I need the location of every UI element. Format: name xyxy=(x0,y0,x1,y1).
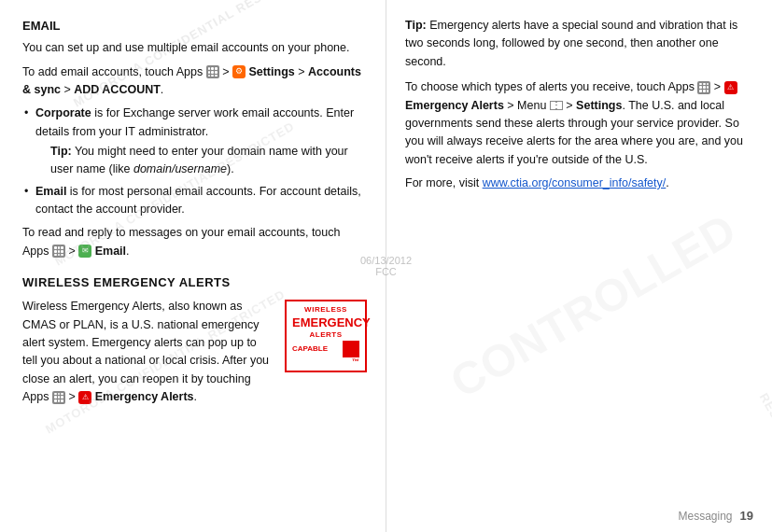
right-para2-prefix: For more, visit xyxy=(405,176,483,189)
messaging-label: Messaging xyxy=(679,510,733,523)
corporate-tip: Tip: You might need to enter your domain… xyxy=(35,143,367,178)
bullet-email: Email is for most personal email account… xyxy=(22,183,367,219)
right-para1: To choose which types of alerts you rece… xyxy=(405,78,750,169)
wea-line4: CAPABLE xyxy=(292,344,328,354)
right-tip: Tip: Emergency alerts have a special sou… xyxy=(405,17,750,71)
emergency-alerts-label: Emergency Alerts xyxy=(405,99,504,112)
settings-link-label: Settings xyxy=(576,99,622,112)
settings-icon xyxy=(232,65,246,78)
email-add-account: To add email accounts, touch Apps > Sett… xyxy=(22,63,367,100)
email-app-label: Email xyxy=(95,245,126,258)
apps-icon xyxy=(206,65,219,78)
email-read-prefix: To read and reply to messages on your em… xyxy=(22,226,340,257)
apps-icon-2 xyxy=(52,245,65,258)
email-intro: You can set up and use multiple email ac… xyxy=(22,39,367,57)
page-number: 19 xyxy=(740,509,753,523)
settings-label: Settings xyxy=(248,65,294,78)
wireless-text: Wireless Emergency Alerts, also known as… xyxy=(22,298,274,406)
email-label: Email xyxy=(35,185,66,198)
wea-logo: WIRELESS EMERGENCY ALERTS CAPABLE ™ xyxy=(285,300,367,372)
right-para2-suffix: . xyxy=(666,176,668,189)
email-read: To read and reply to messages on your em… xyxy=(22,224,367,260)
wireless-period: . xyxy=(194,390,197,403)
email-heading: EMAIL xyxy=(22,17,367,35)
right-para2: For more, visit www.ctia.org/consumer_in… xyxy=(405,175,750,192)
page-content: EMAIL You can set up and use multiple em… xyxy=(0,0,772,532)
domain-username: domain/username xyxy=(133,162,227,175)
bullet-corporate: Corporate is for Exchange server work em… xyxy=(22,105,367,177)
wea-line2: EMERGENCY xyxy=(292,315,359,331)
apps-icon-right xyxy=(697,81,710,94)
wireless-body: Wireless Emergency Alerts, also known as… xyxy=(22,298,367,406)
email-text: is for most personal email accounts. For… xyxy=(35,185,361,216)
corporate-tip-label: Tip: xyxy=(50,145,72,158)
wea-line1: WIRELESS xyxy=(292,305,359,315)
left-column: EMAIL You can set up and use multiple em… xyxy=(0,0,386,532)
corporate-tip-suffix: ). xyxy=(227,162,234,175)
wea-tm: ™ xyxy=(292,357,359,367)
right-column: Tip: Emergency alerts have a special sou… xyxy=(386,0,772,532)
wea-badge: WIRELESS EMERGENCY ALERTS CAPABLE ™ xyxy=(285,300,367,372)
wea-square xyxy=(343,341,359,357)
wireless-section: WIRELESS EMERGENCY ALERTS Wireless Emerg… xyxy=(22,273,367,406)
wireless-heading: WIRELESS EMERGENCY ALERTS xyxy=(22,273,367,292)
wea-line3: ALERTS xyxy=(292,330,359,340)
emergency-alerts-label-left: Emergency Alerts xyxy=(95,390,194,403)
right-para1-prefix: To choose which types of alerts you rece… xyxy=(405,80,695,93)
right-tip-label: Tip: xyxy=(405,19,427,32)
alert-icon xyxy=(78,391,91,404)
add-account-label: ADD ACCOUNT xyxy=(74,83,161,96)
ctia-link[interactable]: www.ctia.org/consumer_info/safety/ xyxy=(483,176,667,189)
right-tip-text: Emergency alerts have a special sound an… xyxy=(405,19,737,68)
wireless-text1: Wireless Emergency Alerts, also known as… xyxy=(22,300,269,385)
page-footer: Messaging 19 xyxy=(679,509,754,523)
email-add-prefix: To add email accounts, touch Apps xyxy=(22,65,203,78)
alert-icon-right xyxy=(724,81,737,94)
menu-icon xyxy=(550,101,563,110)
apps-icon-3 xyxy=(52,391,65,404)
email-app-icon xyxy=(78,245,91,258)
wireless-apps-label: Apps xyxy=(22,390,52,403)
corporate-label: Corporate xyxy=(35,106,91,119)
email-bullets: Corporate is for Exchange server work em… xyxy=(22,105,367,218)
